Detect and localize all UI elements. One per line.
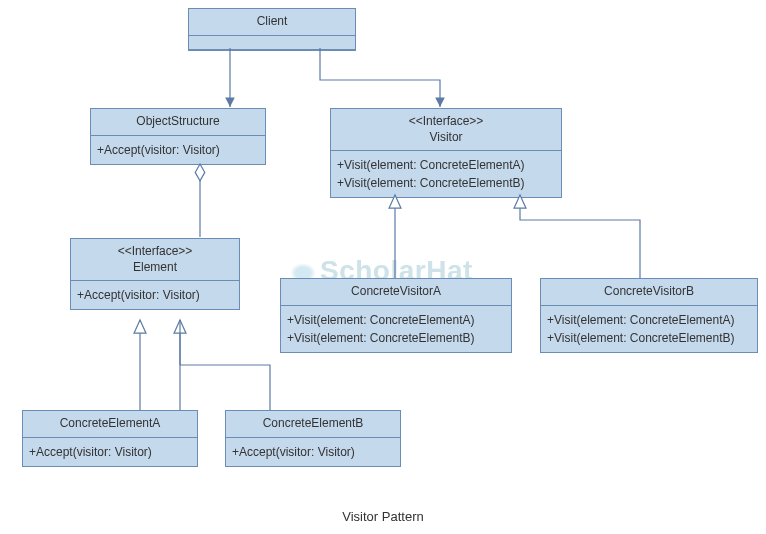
interface-element-name: Element (133, 260, 177, 274)
op: +Visit(element: ConcreteElementA) (287, 311, 505, 329)
stereotype: <<Interface>> (77, 244, 233, 260)
op: +Visit(element: ConcreteElementA) (547, 311, 751, 329)
realize-ceb-element-leg (180, 365, 270, 410)
interface-visitor: <<Interface>> Visitor +Visit(element: Co… (330, 108, 562, 198)
class-concrete-visitor-b-name: ConcreteVisitorB (541, 279, 757, 306)
class-concrete-visitor-a-ops: +Visit(element: ConcreteElementA) +Visit… (281, 306, 511, 352)
stereotype: <<Interface>> (337, 114, 555, 130)
interface-visitor-ops: +Visit(element: ConcreteElementA) +Visit… (331, 151, 561, 197)
class-concrete-element-b-ops: +Accept(visitor: Visitor) (226, 438, 400, 466)
interface-element-title: <<Interface>> Element (71, 239, 239, 281)
class-concrete-element-a-ops: +Accept(visitor: Visitor) (23, 438, 197, 466)
class-concrete-element-a-name: ConcreteElementA (23, 411, 197, 438)
class-client: Client (188, 8, 356, 51)
class-concrete-element-b: ConcreteElementB +Accept(visitor: Visito… (225, 410, 401, 467)
op: +Accept(visitor: Visitor) (77, 286, 233, 304)
op: +Accept(visitor: Visitor) (232, 443, 394, 461)
class-concrete-element-a: ConcreteElementA +Accept(visitor: Visito… (22, 410, 198, 467)
class-object-structure-name: ObjectStructure (91, 109, 265, 136)
op: +Visit(element: ConcreteElementA) (337, 156, 555, 174)
op: +Visit(element: ConcreteElementB) (547, 329, 751, 347)
interface-visitor-title: <<Interface>> Visitor (331, 109, 561, 151)
interface-element-ops: +Accept(visitor: Visitor) (71, 281, 239, 309)
op: +Visit(element: ConcreteElementB) (287, 329, 505, 347)
class-concrete-visitor-a: ConcreteVisitorA +Visit(element: Concret… (280, 278, 512, 353)
realize-cvb-visitor (520, 195, 640, 278)
interface-visitor-name: Visitor (429, 130, 462, 144)
class-client-name: Client (189, 9, 355, 36)
class-object-structure-ops: +Accept(visitor: Visitor) (91, 136, 265, 164)
class-concrete-visitor-b: ConcreteVisitorB +Visit(element: Concret… (540, 278, 758, 353)
class-concrete-visitor-b-ops: +Visit(element: ConcreteElementA) +Visit… (541, 306, 757, 352)
class-object-structure: ObjectStructure +Accept(visitor: Visitor… (90, 108, 266, 165)
assoc-client-visitor (320, 48, 440, 107)
class-concrete-visitor-a-name: ConcreteVisitorA (281, 279, 511, 306)
op: +Accept(visitor: Visitor) (97, 141, 259, 159)
diagram-caption: Visitor Pattern (0, 509, 766, 524)
op: +Accept(visitor: Visitor) (29, 443, 191, 461)
op: +Visit(element: ConcreteElementB) (337, 174, 555, 192)
class-concrete-element-b-name: ConcreteElementB (226, 411, 400, 438)
interface-element: <<Interface>> Element +Accept(visitor: V… (70, 238, 240, 310)
class-client-body (189, 36, 355, 50)
